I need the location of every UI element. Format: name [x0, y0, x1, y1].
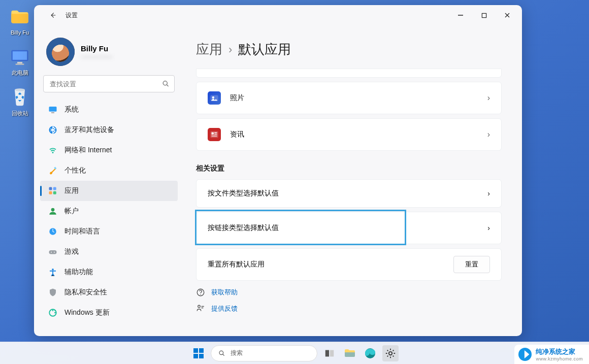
desktop-icon-recycle-bin[interactable]: 回收站: [5, 87, 35, 117]
wifi-icon: [48, 146, 57, 155]
sidebar-item-label: 网络和 Internet: [64, 146, 112, 155]
taskbar-settings[interactable]: [382, 345, 399, 361]
taskbar-taskview[interactable]: [321, 345, 338, 361]
sidebar-item-label: 隐私和安全性: [64, 288, 107, 297]
feedback-icon: [196, 304, 205, 313]
svg-rect-24: [212, 133, 214, 135]
help-link[interactable]: 获取帮助: [196, 288, 502, 297]
sidebar-item-apps[interactable]: 应用: [40, 181, 178, 201]
back-button[interactable]: [45, 8, 60, 23]
chevron-right-icon: ›: [487, 130, 490, 139]
svg-point-4: [15, 88, 25, 91]
gear-icon: [385, 348, 396, 359]
watermark-text: 纯净系统之家: [536, 347, 583, 356]
sidebar-item-time-language[interactable]: 时间和语言: [40, 221, 178, 242]
minimize-button[interactable]: [449, 8, 472, 23]
taskbar: 搜索: [0, 342, 589, 364]
sidebar-item-accounts[interactable]: 帐户: [40, 201, 178, 221]
pc-icon: [10, 47, 30, 67]
svg-rect-10: [49, 187, 52, 190]
nav-list: 系统 蓝牙和其他设备 网络和 Internet 个性化 应用 帐户 时间和语言 …: [40, 100, 178, 323]
apps-icon: [48, 186, 57, 195]
sidebar: Billy Fu ──────── 系统 蓝牙和其他设备 网络和 Interne…: [34, 25, 184, 336]
folder-icon: [344, 347, 356, 359]
close-icon: [504, 12, 510, 18]
taskbar-explorer[interactable]: [342, 345, 358, 361]
svg-point-30: [198, 305, 201, 308]
setting-row-by-filetype[interactable]: 按文件类型选择默认值 ›: [196, 179, 502, 208]
profile-section[interactable]: Billy Fu ────────: [40, 35, 178, 75]
svg-rect-7: [49, 107, 57, 112]
svg-point-17: [51, 252, 52, 253]
app-row-news[interactable]: 资讯 ›: [196, 118, 502, 151]
sidebar-item-gaming[interactable]: 游戏: [40, 242, 178, 262]
breadcrumb-current: 默认应用: [238, 41, 291, 58]
globe-clock-icon: [48, 227, 57, 236]
sidebar-item-label: 游戏: [64, 247, 79, 256]
reset-button[interactable]: 重置: [453, 256, 490, 273]
svg-rect-27: [212, 136, 217, 136]
setting-row-label: 按链接类型选择默认值: [208, 223, 487, 233]
chevron-right-icon: ›: [487, 93, 490, 103]
svg-rect-13: [53, 191, 56, 194]
svg-rect-8: [51, 112, 54, 113]
taskbar-search[interactable]: 搜索: [211, 345, 317, 361]
sidebar-item-windows-update[interactable]: Windows 更新: [40, 303, 178, 323]
svg-point-19: [52, 269, 54, 271]
related-settings-heading: 相关设置: [196, 164, 502, 173]
desktop-icon-label: 此电脑: [5, 69, 35, 77]
svg-rect-16: [49, 250, 57, 254]
app-row-label: 照片: [230, 93, 487, 103]
setting-row-label: 按文件类型选择默认值: [208, 189, 487, 198]
accessibility-icon: [48, 268, 57, 277]
sidebar-item-personalization[interactable]: 个性化: [40, 160, 178, 181]
feedback-link[interactable]: 提供反馈: [196, 304, 502, 313]
maximize-button[interactable]: [472, 8, 496, 23]
sidebar-item-network[interactable]: 网络和 Internet: [40, 140, 178, 160]
svg-rect-33: [193, 354, 198, 358]
desktop-icon-label: Billy Fu: [5, 29, 35, 36]
app-row-cut[interactable]: [196, 69, 502, 78]
search-field-wrap: [43, 75, 175, 92]
maximize-icon: [481, 13, 487, 18]
close-button[interactable]: [496, 8, 519, 23]
sidebar-item-label: Windows 更新: [64, 308, 110, 317]
desktop-icon-folder[interactable]: Billy Fu: [5, 7, 35, 36]
breadcrumb-root[interactable]: 应用: [196, 41, 222, 58]
user-icon: [48, 207, 57, 216]
folder-icon: [10, 7, 30, 27]
svg-point-35: [219, 351, 223, 355]
watermark-logo-icon: [518, 348, 532, 361]
svg-rect-31: [193, 348, 198, 353]
svg-rect-34: [199, 354, 204, 358]
sidebar-item-system[interactable]: 系统: [40, 100, 178, 120]
sidebar-item-label: 应用: [64, 186, 79, 195]
svg-point-39: [389, 351, 392, 354]
svg-rect-36: [325, 350, 329, 356]
setting-row-reset-apps: 重置所有默认应用 重置: [196, 248, 502, 281]
desktop-icon-label: 回收站: [5, 110, 35, 117]
sidebar-item-label: 个性化: [64, 166, 86, 175]
watermark-url: www.kzmyhome.com: [536, 356, 583, 361]
bluetooth-icon: [48, 125, 57, 135]
start-button[interactable]: [190, 345, 207, 361]
sidebar-item-privacy[interactable]: 隐私和安全性: [40, 282, 178, 303]
settings-window: 设置 Billy Fu ──────── 系统 蓝牙和其他: [34, 5, 522, 336]
sidebar-item-accessibility[interactable]: 辅助功能: [40, 262, 178, 282]
link-label: 提供反馈: [211, 304, 238, 313]
sidebar-item-label: 帐户: [64, 207, 79, 216]
recycle-bin-icon: [10, 87, 30, 108]
edge-icon: [364, 347, 376, 359]
search-input[interactable]: [43, 75, 175, 92]
desktop-icon-this-pc[interactable]: 此电脑: [5, 47, 35, 77]
svg-point-29: [200, 294, 201, 295]
gamepad-icon: [48, 247, 57, 256]
svg-rect-32: [199, 348, 204, 353]
setting-row-by-linktype[interactable]: 按链接类型选择默认值 ›: [196, 212, 502, 244]
update-icon: [48, 308, 57, 317]
sidebar-item-label: 蓝牙和其他设备: [64, 125, 114, 135]
app-row-photos[interactable]: 照片 ›: [196, 82, 502, 114]
sidebar-item-bluetooth[interactable]: 蓝牙和其他设备: [40, 120, 178, 140]
svg-rect-5: [482, 13, 486, 17]
taskbar-edge[interactable]: [362, 345, 378, 361]
